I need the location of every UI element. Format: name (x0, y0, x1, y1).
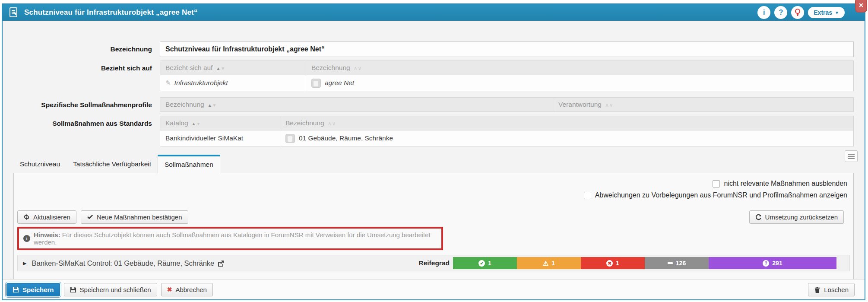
tip-button[interactable] (791, 6, 804, 19)
table-row[interactable]: ✎Infrastrukturobjekt agree Net (160, 75, 854, 91)
verantwortung-col-header[interactable]: Verantwortung (553, 98, 854, 112)
x-circle-icon: ✖ (606, 260, 613, 267)
chevron-sort-icon[interactable] (328, 121, 336, 127)
bezieht-row: Bezieht sich auf Bezieht sich auf Bezeic… (3, 60, 865, 91)
info-icon: i (763, 9, 765, 16)
help-button[interactable]: ? (774, 6, 787, 19)
catalog-row-label: Banken-SiMaKat Control: 01 Gebäude, Räum… (32, 259, 214, 267)
hint-label: Hinweis: (34, 231, 60, 238)
title-bar: Schutzniveau für Infrastrukturobjekt „ag… (3, 4, 865, 21)
bezieht-table: Bezieht sich auf Bezeichnung ✎Infrastruk… (160, 60, 854, 91)
hide-irrelevant-label: nicht relevante Maßnahmen ausblenden (724, 180, 847, 188)
external-link-icon[interactable] (218, 260, 224, 267)
maturity-segment-ok[interactable]: ✔ 1 (453, 257, 517, 269)
page-title: Schutzniveau für Infrastrukturobjekt „ag… (24, 8, 757, 17)
relates-type-cell: Infrastrukturobjekt (174, 79, 228, 86)
refresh-label: Aktualisieren (33, 213, 70, 221)
standards-label: Sollmaßnahmen aus Standards (3, 116, 152, 127)
trash-icon (814, 286, 820, 293)
sort-asc-desc-icon[interactable] (216, 66, 225, 71)
reset-implementation-button[interactable]: Umsetzung zurücksetzen (749, 210, 844, 224)
question-circle-icon: ? (763, 260, 769, 267)
tab-sollmassnahmen[interactable]: Sollmaßnahmen (158, 155, 220, 173)
x-icon: ✖ (167, 286, 172, 293)
bezeichnung-col-header[interactable]: Bezeichnung (306, 61, 854, 75)
tab-bar: Schutzniveau Tatsächliche Verfügbarkeit … (13, 156, 854, 173)
pencil-icon: ✎ (165, 79, 171, 86)
footer-bar: Speichern Speichern und schließen ✖ Abbr… (3, 279, 865, 299)
bezeichnung-label: Bezeichnung (3, 41, 152, 53)
confirm-new-measures-button[interactable]: Neue Maßnahmen bestätigen (81, 210, 188, 224)
cancel-button[interactable]: ✖ Abbrechen (161, 283, 213, 296)
confirm-label: Neue Maßnahmen bestätigen (97, 213, 182, 221)
katalog-col-header[interactable]: Katalog (160, 116, 280, 130)
object-icon (311, 79, 321, 88)
sort-asc-desc-icon[interactable] (208, 103, 217, 108)
warning-icon: ⚠ (543, 260, 548, 267)
object-name-cell: agree Net (325, 79, 354, 86)
neutral-count: 126 (676, 260, 686, 267)
warning-count: 1 (551, 260, 555, 267)
show-deviations-checkbox[interactable] (584, 192, 591, 199)
checkbox-show-deviations-row: Abweichungen zu Vorbelegungen aus ForumN… (17, 191, 847, 199)
show-deviations-label: Abweichungen zu Vorbelegungen aus ForumN… (595, 191, 847, 199)
delete-label: Löschen (824, 286, 849, 293)
minus-icon (668, 262, 673, 264)
reset-label: Umsetzung zurücksetzen (765, 213, 838, 221)
panel-toolbar: Aktualisieren Neue Maßnahmen bestätigen … (17, 210, 850, 224)
reset-icon (755, 214, 762, 220)
reifegrad-label: Reifegrad (419, 259, 450, 267)
extras-button[interactable]: Extras ▼ (808, 7, 845, 18)
ok-count: 1 (488, 260, 491, 267)
maturity-segment-warning[interactable]: ⚠ 1 (517, 257, 581, 269)
bezeichnung-input[interactable] (160, 41, 854, 57)
maturity-bar: ✔ 1 ⚠ 1 ✖ 1 126 ? 291 (453, 257, 836, 269)
hide-irrelevant-checkbox[interactable] (713, 180, 720, 188)
profile-table: Bezeichnung Verantwortung (160, 97, 854, 112)
layout-toggle-button[interactable] (845, 150, 858, 162)
chevron-sort-icon[interactable] (354, 65, 362, 71)
maturity-segment-unknown[interactable]: ? 291 (709, 257, 836, 269)
expand-arrow-icon[interactable]: ▶ (23, 261, 26, 266)
standards-item-cell: 01 Gebäude, Räume, Schränke (299, 134, 393, 141)
close-button[interactable]: ✕ (855, 0, 867, 13)
titlebar-actions: i ? Extras ▼ (757, 6, 858, 19)
check-circle-icon: ✔ (478, 260, 485, 267)
error-count: 1 (616, 260, 619, 267)
tab-schutzniveau[interactable]: Schutzniveau (13, 156, 67, 173)
profile-bezeichnung-col-header[interactable]: Bezeichnung (160, 98, 553, 112)
tab-verfuegbarkeit[interactable]: Tatsächliche Verfügbarkeit (67, 156, 158, 173)
save-label: Speichern (22, 286, 54, 293)
bezeichnung-row: Bezeichnung (3, 41, 865, 57)
sollmassnahmen-panel: nicht relevante Maßnahmen ausblenden Abw… (13, 173, 854, 286)
save-icon (70, 286, 76, 293)
lightbulb-icon (795, 9, 801, 16)
maturity-segment-error[interactable]: ✖ 1 (581, 257, 645, 269)
profile-row: Spezifische Sollmaßnahmenprofile Bezeich… (3, 97, 865, 112)
delete-button[interactable]: Löschen (808, 283, 855, 296)
catalog-accordion-row[interactable]: ▶ Banken-SiMaKat Control: 01 Gebäude, Rä… (17, 255, 850, 271)
standards-row: Sollmaßnahmen aus Standards Katalog Beze… (3, 116, 865, 146)
sort-asc-desc-icon[interactable] (192, 121, 201, 126)
chevron-down-icon: ▼ (835, 10, 839, 15)
bezieht-label: Bezieht sich auf (3, 60, 152, 72)
catalog-item-icon (285, 134, 295, 143)
hint-box: i Hinweis: Für dieses Schutzobjekt könne… (17, 227, 443, 250)
info-button[interactable]: i (757, 6, 770, 19)
save-button[interactable]: Speichern (6, 283, 60, 296)
bezieht-col-header[interactable]: Bezieht sich auf (160, 61, 306, 75)
window-frame: Schutzniveau für Infrastrukturobjekt „ag… (2, 3, 865, 300)
table-row[interactable]: Bankindividueller SiMaKat 01 Gebäude, Rä… (160, 130, 854, 146)
document-icon (10, 7, 18, 18)
list-icon (848, 154, 855, 159)
save-and-close-button[interactable]: Speichern und schließen (64, 283, 157, 296)
katalog-cell: Bankindividueller SiMaKat (160, 130, 280, 146)
chevron-sort-icon[interactable] (605, 102, 614, 108)
help-icon: ? (779, 9, 783, 16)
close-icon: ✕ (858, 2, 864, 9)
standards-bezeichnung-col-header[interactable]: Bezeichnung (280, 116, 854, 130)
maturity-segment-neutral[interactable]: 126 (645, 257, 709, 269)
cancel-label: Abbrechen (175, 286, 207, 293)
unknown-count: 291 (772, 260, 782, 267)
refresh-button[interactable]: Aktualisieren (17, 210, 76, 224)
